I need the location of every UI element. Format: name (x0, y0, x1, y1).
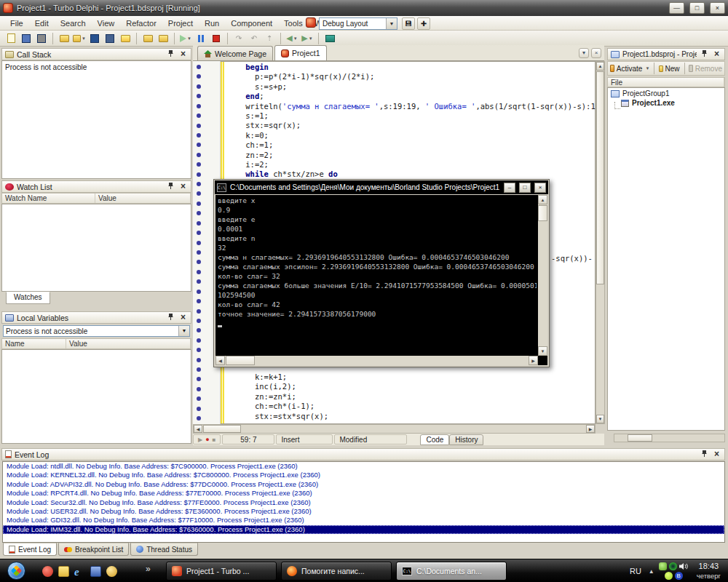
local-variables-body[interactable] (1, 349, 191, 444)
macro-stop-icon[interactable]: ■ (213, 436, 216, 443)
console-horizontal-scrollbar[interactable]: ◀ ▶ (215, 356, 538, 365)
event-log-header[interactable]: Event Log × (1, 448, 725, 461)
tab-project1[interactable]: Project1 (274, 45, 327, 60)
quicklaunch-folder-icon[interactable] (58, 566, 69, 577)
event-log-entry[interactable]: Module Load: Secur32.dll. No Debug Info.… (3, 498, 724, 507)
menu-tools[interactable]: Tools (278, 17, 309, 29)
console-close-button[interactable]: × (534, 183, 546, 193)
new-items-icon[interactable] (4, 32, 17, 44)
quicklaunch-overflow-chevron[interactable]: » (146, 564, 151, 574)
save-layout-button[interactable]: 💾︎ (402, 17, 415, 30)
tab-welcome-page[interactable]: Welcome Page (197, 46, 273, 60)
new-button[interactable]: New (665, 65, 680, 73)
step-over-icon[interactable]: ↶ (248, 32, 261, 44)
pin-icon[interactable] (166, 49, 175, 59)
executable-line-dot[interactable] (197, 309, 201, 314)
scrollbar-thumb[interactable] (203, 425, 241, 433)
scrollbar-thumb[interactable] (226, 356, 255, 365)
event-log-entry[interactable]: Module Load: ntdll.dll. No Debug Info. B… (3, 462, 724, 471)
close-icon[interactable]: × (178, 314, 188, 322)
quicklaunch-messenger-icon[interactable] (106, 566, 117, 577)
console-maximize-button[interactable]: □ (519, 183, 531, 193)
executable-line-dot[interactable] (197, 407, 201, 411)
close-file-icon[interactable] (119, 32, 132, 44)
executable-line-dot[interactable] (197, 84, 201, 89)
scroll-up-icon[interactable]: ▲ (538, 195, 547, 204)
executable-line-dot[interactable] (197, 338, 201, 343)
bluetooth-icon[interactable]: B (675, 572, 683, 580)
close-icon[interactable]: × (178, 183, 188, 191)
watch-list-header[interactable]: Watch List × (1, 180, 191, 193)
menu-file[interactable]: File (4, 17, 29, 29)
executable-line-dot[interactable] (197, 153, 201, 157)
chevron-down-icon[interactable]: ▼ (645, 66, 649, 71)
view-unit-icon[interactable] (20, 32, 33, 44)
scrollbar-thumb[interactable] (596, 71, 604, 284)
tree-item-project1[interactable]: Project1.exe (608, 97, 724, 107)
executable-line-dot[interactable] (197, 104, 201, 108)
taskbar-button-firefox[interactable]: Помогите напис... (281, 562, 392, 581)
chevron-down-icon[interactable]: ▼ (386, 18, 397, 29)
close-button[interactable]: × (710, 2, 725, 14)
event-log-entry[interactable]: Module Load: IMM32.dll. No Debug Info. B… (3, 525, 724, 534)
tab-breakpoint-list[interactable]: Breakpoint List (58, 543, 129, 556)
console-window[interactable]: C:\ C:\Documents and Settings\Деня\Мои д… (213, 179, 550, 367)
tray-lime-icon[interactable] (665, 572, 673, 580)
save-icon[interactable] (88, 32, 101, 44)
show-hidden-icons[interactable]: ▲ (649, 568, 654, 575)
project-manager-columns[interactable]: File (607, 77, 725, 87)
view-form-icon[interactable] (35, 32, 48, 44)
tab-history[interactable]: History (449, 434, 483, 445)
save-all-icon[interactable] (103, 32, 116, 44)
open-project-icon[interactable] (141, 32, 154, 44)
value-column[interactable]: Value (66, 339, 191, 348)
volume-icon[interactable] (679, 562, 689, 570)
project-manager-header[interactable]: Project1.bdsproj - Project M... × (607, 48, 725, 60)
code-block-top[interactable]: begin p:=p*(2*i-1)*sqr(x)/(2*i); s:=s+p;… (227, 63, 596, 179)
watch-list-body[interactable] (1, 204, 191, 292)
new-file-icon[interactable] (58, 32, 71, 44)
editor-vertical-scrollbar[interactable]: ▲ ▼ (596, 61, 605, 424)
executable-line-dot[interactable] (197, 133, 201, 137)
macro-play-icon[interactable]: ▶ (198, 436, 202, 443)
event-log-entry[interactable]: Module Load: KERNEL32.dll. No Debug Info… (3, 471, 724, 479)
local-variables-scope-combo[interactable]: Process is not accessible ▼ (3, 325, 190, 337)
close-tab-icon[interactable]: × (591, 48, 601, 58)
menu-component[interactable]: Component (225, 17, 278, 29)
quicklaunch-media-icon[interactable] (42, 566, 53, 577)
quicklaunch-window-icon[interactable] (90, 566, 101, 577)
pin-icon[interactable] (166, 182, 175, 191)
pin-icon[interactable] (166, 313, 175, 322)
call-stack-header[interactable]: Call Stack × (1, 48, 191, 60)
tray-app-icon[interactable] (659, 562, 667, 570)
event-log-entry[interactable]: Module Load: USER32.dll. No Debug Info. … (3, 507, 724, 516)
taskbar-button-delphi[interactable]: Project1 - Turbo ... (166, 562, 277, 581)
console-minimize-button[interactable]: – (504, 183, 515, 193)
tab-list-icon[interactable]: ▾ (579, 48, 589, 58)
step-out-icon[interactable]: ⇡ (263, 32, 276, 44)
executable-line-dot[interactable] (197, 182, 201, 186)
scroll-right-icon[interactable]: ▶ (586, 425, 595, 433)
executable-line-dot[interactable] (197, 250, 201, 255)
forward-icon[interactable]: ▶▼ (301, 32, 314, 44)
macro-controls[interactable]: ▶ ● ■ (193, 434, 221, 445)
menu-refactor[interactable]: Refactor (120, 17, 162, 29)
help-icon[interactable] (323, 32, 336, 44)
scrollbar-thumb[interactable] (538, 205, 547, 221)
menu-view[interactable]: View (92, 17, 121, 29)
close-icon[interactable]: × (712, 50, 721, 58)
menu-project[interactable]: Project (162, 17, 199, 29)
menu-search[interactable]: Search (55, 17, 92, 29)
local-variables-columns[interactable]: Name Value (1, 338, 191, 349)
tab-event-log[interactable]: Event Log (3, 543, 57, 556)
chevron-down-icon[interactable]: ▼ (178, 326, 189, 336)
local-variables-header[interactable]: Local Variables × (1, 311, 191, 324)
tree-item-projectgroup[interactable]: ProjectGroup1 (608, 88, 724, 97)
tray-status-icon[interactable] (669, 562, 677, 570)
clock[interactable]: 18:43 четверг (697, 562, 721, 581)
executable-line-dot[interactable] (197, 358, 201, 362)
name-column[interactable]: Name (2, 339, 66, 348)
minimize-button[interactable]: — (669, 2, 684, 14)
run-icon[interactable]: ▼ (179, 32, 192, 44)
event-log-entry[interactable]: Module Load: ADVAPI32.dll. No Debug Info… (3, 480, 724, 489)
